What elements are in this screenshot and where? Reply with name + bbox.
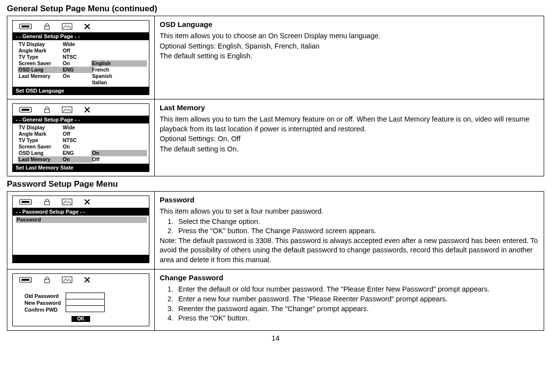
tools-icon: [83, 106, 92, 114]
osd-option-italian[interactable]: Italian: [91, 79, 147, 86]
lock-icon: [43, 276, 51, 284]
osd-val-eng: ENG: [62, 67, 93, 73]
osd-row-tvdisplay: TV Display: [18, 124, 62, 131]
password-note: Note: The default password is 3308. This…: [160, 236, 539, 265]
osd-val-wide: Wide: [62, 41, 91, 48]
osd-footer: [13, 255, 149, 263]
osd-icon-row: [13, 21, 149, 32]
osd-option-english[interactable]: English: [91, 60, 147, 67]
osd-title: - - General Setup Page - -: [13, 116, 149, 123]
tools-icon: [83, 23, 92, 30]
svg-rect-2: [45, 26, 49, 29]
tools-icon: [83, 276, 92, 284]
password-setup-table: - - Password Setup Page - - Password Cha…: [7, 191, 544, 331]
osd-title: - - Password Setup Page - -: [13, 208, 149, 216]
password-step1: Select the Change option.: [175, 217, 539, 227]
osd-option-on[interactable]: On: [91, 150, 147, 156]
confirm-password-field[interactable]: [66, 305, 105, 312]
new-password-label: New Password: [24, 299, 61, 306]
general-setup-table: - - General Setup Page - - TV Display An…: [7, 16, 544, 176]
osd-row-osdlang[interactable]: OSD Lang: [18, 67, 62, 73]
osd-title: - - General Setup Page - -: [13, 32, 149, 40]
svg-rect-6: [45, 109, 49, 113]
lock-icon: [43, 198, 51, 206]
lock-icon: [43, 23, 51, 30]
old-password-label: Old Password: [24, 293, 61, 299]
lock-icon: [43, 106, 51, 114]
osd-val-on: On: [62, 144, 91, 150]
osd-row-lastmemory: Last Memory: [18, 73, 62, 79]
svg-rect-5: [22, 109, 29, 111]
osd-box-language: - - General Setup Page - - TV Display An…: [12, 20, 149, 95]
osd-row-anglemark: Angle Mark: [18, 131, 62, 137]
osd-language-desc3: The default setting is English.: [160, 51, 539, 61]
change-password-title: Change Password: [160, 273, 539, 282]
change-password-step3: Reenter the password again. The "Change"…: [175, 304, 539, 314]
svg-rect-7: [62, 107, 72, 113]
osd-row-password[interactable]: Password: [16, 217, 141, 223]
svg-rect-9: [22, 201, 29, 203]
page-number: 14: [7, 334, 544, 342]
osd-option-french[interactable]: French: [91, 67, 147, 73]
osd-val-eng: ENG: [62, 150, 91, 156]
osd-row-screensaver: Screen Saver: [18, 60, 62, 67]
svg-rect-14: [45, 279, 49, 283]
svg-rect-10: [45, 201, 49, 205]
section-heading-password: Password Setup Page Menu: [7, 179, 544, 189]
osd-val-wide: Wide: [62, 124, 91, 131]
osd-val-on2: On: [62, 73, 91, 79]
svg-rect-11: [62, 199, 72, 205]
change-password-panel: Old Password New Password Confirm PWD OK: [12, 273, 149, 326]
osd-icon-row: [13, 196, 149, 208]
new-password-field[interactable]: [66, 299, 105, 306]
ok-button[interactable]: OK: [72, 316, 90, 322]
osd-row-tvtype: TV Type: [18, 54, 62, 60]
picture-icon: [62, 276, 72, 283]
osd-language-desc1: This item allows you to choose an On Scr…: [160, 31, 539, 41]
osd-footer: Set Last Memory State: [13, 164, 149, 172]
osd-val-on2: On: [62, 156, 93, 163]
old-password-field[interactable]: [66, 293, 105, 299]
osd-option-spanish[interactable]: Spanish: [91, 73, 147, 79]
password-desc1: This item allows you to set a four numbe…: [160, 207, 539, 217]
password-step2: Press the "OK" button. The Change Passwo…: [175, 226, 539, 236]
confirm-password-label: Confirm PWD: [24, 306, 61, 313]
osd-val-off: Off: [62, 48, 91, 54]
osd-box-password: - - Password Setup Page - - Password Cha…: [12, 196, 149, 263]
osd-language-desc2: Optional Settings: English, Spanish, Fre…: [160, 42, 539, 51]
osd-row-lastmemory[interactable]: Last Memory: [18, 156, 62, 163]
setup-icon: [19, 106, 32, 114]
password-title: Password: [160, 196, 539, 204]
change-password-step2: Enter a new four number password. The "P…: [175, 294, 539, 304]
section-heading-general: General Setup Page Menu (continued): [7, 4, 544, 14]
osd-footer: Set OSD Language: [13, 87, 149, 95]
osd-row-anglemark: Angle Mark: [18, 48, 62, 54]
svg-rect-3: [62, 24, 72, 29]
osd-option-off[interactable]: Off: [91, 156, 147, 163]
setup-icon: [19, 23, 32, 30]
last-memory-desc3: The default setting is On.: [160, 145, 539, 154]
setup-icon: [19, 198, 32, 206]
last-memory-title: Last Memory: [160, 103, 539, 112]
osd-icon-row: [13, 274, 149, 286]
svg-rect-13: [22, 279, 29, 281]
picture-icon: [62, 106, 72, 113]
tools-icon: [83, 198, 92, 206]
svg-rect-15: [62, 277, 72, 283]
change-password-step1: Enter the default or old four number pas…: [175, 285, 539, 294]
osd-val-on: On: [62, 60, 91, 67]
svg-rect-1: [22, 25, 29, 27]
last-memory-desc1: This item allows you to turn the Last Me…: [160, 115, 539, 134]
setup-icon: [19, 276, 32, 284]
osd-row-tvdisplay: TV Display: [18, 41, 62, 48]
picture-icon: [62, 198, 72, 205]
osd-val-off: Off: [62, 131, 91, 137]
osd-box-lastmemory: - - General Setup Page - - TV Display An…: [12, 103, 149, 172]
osd-row-tvtype: TV Type: [18, 137, 62, 144]
osd-row-osdlang: OSD Lang: [18, 150, 62, 156]
osd-val-ntsc: NTSC: [62, 137, 91, 144]
last-memory-desc2: Optional Settings: On, Off: [160, 134, 539, 144]
picture-icon: [62, 23, 72, 30]
osd-language-title: OSD Language: [160, 20, 539, 28]
osd-row-screensaver: Screen Saver: [18, 144, 62, 150]
